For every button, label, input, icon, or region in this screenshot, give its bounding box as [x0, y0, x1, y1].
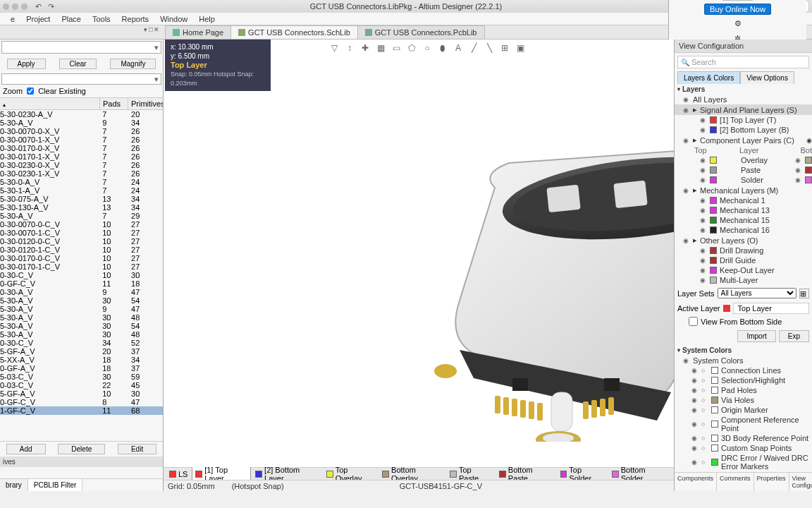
- eye-icon[interactable]: ◉: [700, 226, 707, 234]
- eye-icon[interactable]: ◉: [691, 445, 699, 452]
- eye-icon[interactable]: ◉: [700, 257, 707, 264]
- clear-button[interactable]: Clear: [59, 59, 97, 69]
- layer-sets-combo[interactable]: All Layers: [718, 288, 796, 298]
- syscolor-row[interactable]: ◉○3D Body Reference Point: [675, 433, 812, 443]
- eye-icon[interactable]: ◉: [700, 247, 707, 254]
- table-row[interactable]: 5-03-C_V3059: [0, 373, 163, 381]
- footprint-list[interactable]: 5-30-0230-A_V7205-30-A_V9340-30-0070-0-X…: [0, 110, 163, 441]
- eye-icon[interactable]: ◉: [691, 421, 699, 428]
- table-row[interactable]: 5-30-130-A_V1334: [0, 203, 163, 212]
- table-row[interactable]: 0-30-0230-1-X_V726: [0, 169, 163, 178]
- syscolor-row[interactable]: ◉○Custom Snap Points: [675, 443, 812, 453]
- menu-help[interactable]: Help: [194, 13, 220, 25]
- apply-button[interactable]: Apply: [7, 59, 46, 69]
- eye-icon[interactable]: ◉: [691, 387, 699, 394]
- table-row[interactable]: 0-30-C_V3452: [0, 339, 163, 347]
- table-row[interactable]: 5-30-0230-A_V720: [0, 110, 163, 119]
- circle-icon[interactable]: ○: [422, 42, 433, 54]
- align-icon[interactable]: ▦: [375, 42, 386, 54]
- table-row[interactable]: 0-30-0170-1-C_V1027: [0, 262, 163, 271]
- menu-place[interactable]: Place: [56, 13, 86, 25]
- syscolor-row[interactable]: ◉○Component Reference Point: [675, 415, 812, 433]
- delete-button[interactable]: Delete: [58, 444, 105, 454]
- tab-pcblib-filter[interactable]: PCBLIB Filter: [28, 479, 83, 491]
- tab-schlib[interactable]: GCT USB Connectors.SchLib: [230, 25, 358, 39]
- layer-sets-config-icon[interactable]: ⊞: [799, 289, 809, 298]
- eye-icon[interactable]: ◉: [691, 435, 699, 442]
- menu-tools[interactable]: Tools: [87, 13, 116, 25]
- eye2-icon[interactable]: ○: [701, 387, 708, 394]
- table-row[interactable]: 0-30-0120-0-C_V1027: [0, 237, 163, 246]
- section-layers[interactable]: Layers: [675, 84, 812, 95]
- line-icon[interactable]: ╱: [468, 42, 479, 54]
- dock-icon[interactable]: □: [149, 26, 152, 33]
- close-panel-icon[interactable]: ✕: [154, 26, 159, 33]
- add-button[interactable]: Add: [6, 444, 46, 454]
- table-row[interactable]: 0-30-A_V947: [0, 288, 163, 296]
- clear-existing-check[interactable]: [27, 87, 34, 95]
- eye-icon[interactable]: ◉: [700, 176, 707, 183]
- table-row[interactable]: 5-30-1-A_V724: [0, 186, 163, 195]
- table-row[interactable]: 5-30-A_V934: [0, 119, 163, 127]
- nav-back-icon[interactable]: ↶: [33, 1, 43, 11]
- syscolor-row[interactable]: ◉○Via Holes: [675, 395, 812, 405]
- tab-layers-colors[interactable]: Layers & Colors: [677, 71, 740, 84]
- table-row[interactable]: 0-30-0070-0-X_V726: [0, 127, 163, 135]
- table-row[interactable]: 5-XX-A_V1834: [0, 356, 163, 364]
- pad-icon[interactable]: ⬮: [437, 42, 448, 54]
- table-row[interactable]: 5-GF-A_V1030: [0, 389, 163, 398]
- col-pads[interactable]: Pads: [100, 98, 128, 109]
- gear-icon[interactable]: ⚙: [730, 18, 746, 30]
- eye-icon[interactable]: ◉: [700, 116, 707, 123]
- share-button[interactable]: Share: [722, 0, 753, 1]
- eye-icon[interactable]: ◉: [683, 237, 690, 244]
- active-layer-value[interactable]: Top Layer: [733, 303, 809, 314]
- eye-icon[interactable]: ◉: [683, 137, 690, 144]
- filter-combo[interactable]: [1, 73, 161, 85]
- layer-tabs[interactable]: LS[1] Top Layer[2] Bottom LayerTop Overl…: [164, 467, 674, 480]
- table-row[interactable]: 0-30-C_V1030: [0, 271, 163, 279]
- edit-button[interactable]: Edit: [118, 444, 156, 454]
- eye-icon[interactable]: ◉: [700, 217, 707, 224]
- eye-icon[interactable]: ◉: [691, 406, 699, 413]
- tab-home[interactable]: Home Page: [165, 25, 231, 39]
- eye-icon[interactable]: ◉: [683, 96, 690, 103]
- 3d-icon[interactable]: ▣: [515, 42, 526, 54]
- eye-icon[interactable]: ◉: [700, 126, 707, 133]
- col-primitives[interactable]: Primitives: [128, 98, 159, 109]
- pcb-3d-viewport[interactable]: [164, 40, 674, 467]
- table-row[interactable]: 0-03-C_V2245: [0, 381, 163, 389]
- mask-combo[interactable]: [1, 41, 161, 54]
- tab-pcblib[interactable]: GCT USB Connectors.PcbLib: [357, 25, 485, 39]
- syscolor-row[interactable]: ◉○Origin Marker: [675, 405, 812, 415]
- eye-icon[interactable]: ◉: [691, 397, 699, 404]
- table-row[interactable]: 5-30-0-A_V724: [0, 178, 163, 186]
- tab-view-config[interactable]: View Configura: [789, 473, 812, 491]
- eye2-icon[interactable]: ○: [701, 377, 708, 384]
- table-row[interactable]: 0-GF-C_V847: [0, 398, 163, 406]
- layer-tab[interactable]: LS: [166, 470, 190, 478]
- eye2-icon[interactable]: ○: [701, 406, 708, 413]
- tab-library[interactable]: brary: [0, 479, 28, 491]
- eye-icon[interactable]: ◉: [691, 459, 699, 466]
- table-row[interactable]: 5-GF-A_V2037: [0, 347, 163, 356]
- table-row[interactable]: 5-30-A_V3054: [0, 296, 163, 305]
- rect-icon[interactable]: ▭: [390, 42, 402, 54]
- menu-file[interactable]: e: [6, 13, 20, 25]
- eye-icon[interactable]: ◉: [700, 267, 707, 274]
- table-row[interactable]: 5-30-A_V3054: [0, 322, 163, 330]
- eye2-icon[interactable]: ○: [701, 367, 708, 374]
- syscolor-row[interactable]: ◉○DRC Error / Waived DRC Error Markers: [675, 453, 812, 471]
- table-row[interactable]: 0-30-0230-0-X_V726: [0, 161, 163, 169]
- line2-icon[interactable]: ╲: [484, 42, 495, 54]
- eye-icon[interactable]: ◉: [683, 107, 690, 114]
- cross-icon[interactable]: ✚: [359, 42, 371, 54]
- table-row[interactable]: 0-30-0170-0-X_V726: [0, 144, 163, 152]
- table-row[interactable]: 0-GF-C_V1118: [0, 279, 163, 288]
- syscolor-row[interactable]: ◉○Connection Lines: [675, 365, 812, 375]
- table-row[interactable]: 5-30-A_V729: [0, 212, 163, 220]
- dim-icon[interactable]: ⊞: [499, 42, 510, 54]
- eye2-icon[interactable]: ○: [701, 445, 708, 452]
- tab-view-options[interactable]: View Options: [740, 71, 794, 84]
- menu-window[interactable]: Window: [155, 13, 192, 25]
